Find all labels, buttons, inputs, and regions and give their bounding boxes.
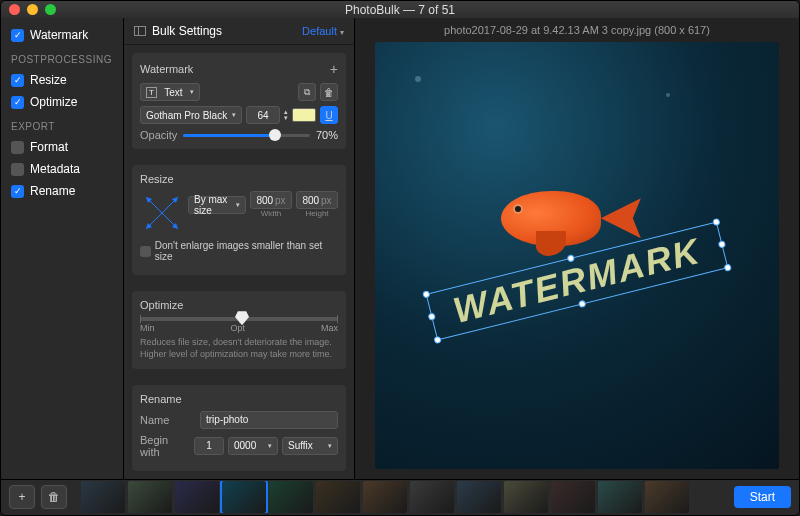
suffix-select[interactable]: Suffix ▾: [282, 437, 338, 455]
thumbnail[interactable]: [363, 481, 407, 513]
sidebar-label: Optimize: [30, 95, 77, 109]
sidebar-item-format[interactable]: Format: [11, 138, 113, 156]
thumbnail[interactable]: [81, 481, 125, 513]
thumbnail-strip[interactable]: [81, 481, 720, 513]
resize-handle[interactable]: [422, 290, 430, 298]
opacity-slider[interactable]: [183, 134, 310, 137]
preset-dropdown[interactable]: Default ▾: [302, 25, 344, 37]
begin-label: Begin with: [140, 434, 190, 458]
footer: + 🗑 Start: [1, 479, 799, 515]
thumbnail[interactable]: [175, 481, 219, 513]
chevron-down-icon: ▾: [236, 201, 240, 209]
thumbnail[interactable]: [222, 481, 266, 513]
thumbnail[interactable]: [410, 481, 454, 513]
font-size-value: 64: [257, 110, 268, 121]
resize-handle[interactable]: [567, 254, 575, 262]
watermark-type-select[interactable]: T Text ▾: [140, 83, 200, 101]
resize-mode-value: By max size: [194, 194, 236, 216]
add-watermark-button[interactable]: +: [330, 61, 338, 77]
rename-name-input[interactable]: trip-photo: [200, 411, 338, 429]
start-button[interactable]: Start: [734, 486, 791, 508]
sidebar-item-optimize[interactable]: ✓ Optimize: [11, 93, 113, 111]
window-title: PhotoBulk — 7 of 51: [1, 3, 799, 17]
chevron-down-icon: ▾: [232, 111, 236, 119]
add-images-button[interactable]: +: [9, 485, 35, 509]
font-size-input[interactable]: 64: [246, 106, 280, 124]
begin-with-input[interactable]: 1: [194, 437, 224, 455]
thumbnail[interactable]: [316, 481, 360, 513]
checkbox-on-icon[interactable]: ✓: [11, 96, 24, 109]
width-label: Width: [261, 209, 281, 218]
thumbnail[interactable]: [457, 481, 501, 513]
slider-opt-label: Opt: [230, 323, 245, 333]
rename-panel: Rename Name trip-photo Begin with 1 0000…: [132, 385, 346, 471]
sidebar-item-watermark[interactable]: ✓ Watermark: [11, 26, 113, 44]
preset-label: Default: [302, 25, 337, 37]
dont-enlarge-label: Don't enlarge images smaller than set si…: [155, 240, 338, 262]
resize-mode-select[interactable]: By max size ▾: [188, 196, 246, 214]
checkbox-on-icon[interactable]: ✓: [11, 74, 24, 87]
checkbox-off-icon[interactable]: [11, 141, 24, 154]
delete-watermark-button[interactable]: 🗑: [320, 83, 338, 101]
watermark-type-value: Text: [164, 87, 182, 98]
chevron-down-icon: ▾: [268, 442, 272, 450]
settings-title: Bulk Settings: [134, 24, 222, 38]
name-value: trip-photo: [206, 414, 248, 425]
sidebar-label: Rename: [30, 184, 75, 198]
font-select[interactable]: Gotham Pro Black ▾: [140, 106, 242, 124]
sidebar-item-resize[interactable]: ✓ Resize: [11, 71, 113, 89]
height-input[interactable]: 800 px: [296, 191, 338, 209]
text-type-icon: T: [146, 87, 157, 98]
thumbnail[interactable]: [504, 481, 548, 513]
thumbnail[interactable]: [598, 481, 642, 513]
chevron-down-icon: ▾: [328, 442, 332, 450]
thumbnail[interactable]: [645, 481, 689, 513]
panel-title: Resize: [140, 173, 174, 185]
suffix-value: Suffix: [288, 440, 313, 451]
settings-title-text: Bulk Settings: [152, 24, 222, 38]
width-value: 800: [256, 195, 273, 206]
optimize-slider[interactable]: [140, 317, 338, 321]
resize-direction-widget[interactable]: [140, 191, 184, 235]
arrows-out-icon: [140, 191, 184, 235]
titlebar[interactable]: PhotoBulk — 7 of 51: [1, 1, 799, 18]
thumbnail[interactable]: [128, 481, 172, 513]
preview-image[interactable]: WATERMARK: [375, 42, 779, 468]
optimize-hint: Reduces file size, doesn't deteriorate t…: [140, 337, 338, 360]
sidebar-toggle-icon[interactable]: [134, 26, 146, 36]
thumbnail[interactable]: [269, 481, 313, 513]
sidebar-label: Watermark: [30, 28, 88, 42]
settings-panel: Bulk Settings Default ▾ Watermark + T Te…: [123, 18, 355, 478]
color-swatch[interactable]: [292, 108, 316, 122]
width-input[interactable]: 800 px: [250, 191, 292, 209]
remove-images-button[interactable]: 🗑: [41, 485, 67, 509]
sidebar-section-export: EXPORT: [11, 121, 113, 132]
sidebar-label: Resize: [30, 73, 67, 87]
digits-select[interactable]: 0000 ▾: [228, 437, 278, 455]
width-unit: px: [275, 195, 286, 206]
stepper-icon[interactable]: ▴▾: [284, 109, 288, 121]
preview-pane: photo2017-08-29 at 9.42.13 AM 3 copy.jpg…: [355, 18, 799, 478]
watermark-panel: Watermark + T Text ▾ ⧉ 🗑 Gotham Pro Blac…: [132, 53, 346, 149]
checkbox-on-icon[interactable]: ✓: [11, 29, 24, 42]
chevron-down-icon: ▾: [190, 88, 194, 96]
sidebar-item-metadata[interactable]: Metadata: [11, 160, 113, 178]
sidebar-item-rename[interactable]: ✓ Rename: [11, 182, 113, 200]
settings-header: Bulk Settings Default ▾: [124, 18, 354, 45]
height-value: 800: [302, 195, 319, 206]
copy-watermark-button[interactable]: ⧉: [298, 83, 316, 101]
digits-value: 0000: [234, 440, 256, 451]
begin-value: 1: [206, 440, 212, 451]
checkbox-on-icon[interactable]: ✓: [11, 185, 24, 198]
height-unit: px: [321, 195, 332, 206]
resize-panel: Resize: [132, 165, 346, 275]
checkbox-off-icon[interactable]: [11, 163, 24, 176]
sidebar-label: Format: [30, 140, 68, 154]
thumbnail[interactable]: [551, 481, 595, 513]
slider-max-label: Max: [321, 323, 338, 333]
resize-handle[interactable]: [428, 312, 436, 320]
underline-button[interactable]: U: [320, 106, 338, 124]
chevron-down-icon: ▾: [340, 28, 344, 37]
checkbox-off-icon[interactable]: [140, 246, 151, 257]
height-label: Height: [305, 209, 328, 218]
